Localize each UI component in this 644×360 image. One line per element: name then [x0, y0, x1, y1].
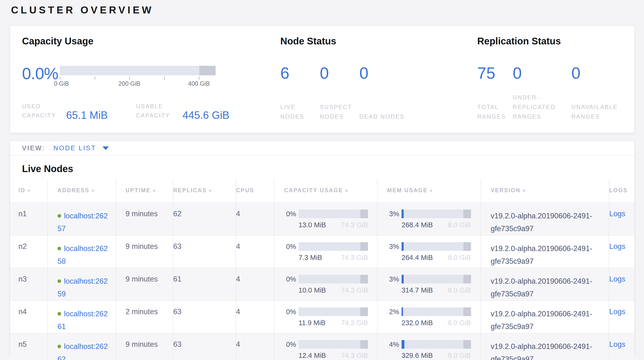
address-link[interactable]: localhost:26262 — [58, 342, 108, 360]
address-link[interactable]: localhost:26257 — [58, 212, 108, 233]
mem-bar-fill — [402, 307, 403, 316]
col-header-version[interactable]: VERSION▼ — [481, 178, 609, 203]
col-header-id[interactable]: ID▼ — [10, 178, 48, 203]
used-capacity-value: 65.1 MiB — [66, 110, 108, 120]
address-link[interactable]: localhost:26261 — [58, 310, 108, 331]
replication-status-section: Replication Status 75 TOTAL RANGES 0 UND… — [477, 36, 636, 121]
col-header-replicas[interactable]: REPLICAS▼ — [173, 178, 236, 203]
live-nodes-stat: 6 LIVE NODES — [280, 63, 320, 121]
node-address-cell: localhost:26257 — [48, 203, 116, 235]
node-id-cell: n3 — [10, 268, 48, 300]
logs-link[interactable]: Logs — [609, 307, 625, 316]
capacity-total-value: 74.3 GiB — [341, 351, 368, 359]
mem-bar-fill — [402, 340, 404, 349]
node-list-dropdown[interactable]: NODE LIST — [54, 144, 109, 152]
node-cpus-cell: 4 — [236, 333, 274, 360]
nodes-panel: VIEW: NODE LIST Live Nodes ID▼ ADDRESS▼ … — [10, 140, 635, 355]
col-header-address[interactable]: ADDRESS▼ — [48, 178, 116, 203]
live-nodes-title: Live Nodes — [10, 156, 634, 178]
stat-value: 6 — [280, 63, 320, 83]
mem-usage-bar — [402, 242, 471, 251]
mem-total-value: 8.0 GiB — [448, 319, 471, 327]
capacity-bar-cap-segment — [360, 242, 368, 251]
sort-arrow-icon: ▼ — [208, 189, 212, 193]
address-link[interactable]: localhost:26259 — [58, 277, 108, 298]
node-logs-cell: Logs — [609, 333, 634, 360]
node-uptime-cell: 9 minutes — [116, 333, 173, 360]
stat-label: TOTAL RANGES — [477, 102, 513, 121]
node-logs-cell: Logs — [609, 235, 634, 268]
mem-bar-cap-segment — [463, 275, 471, 283]
col-header-cpus: CPUS — [236, 178, 274, 203]
node-uptime-cell: 2 minutes — [116, 300, 173, 333]
node-id-cell: n2 — [10, 235, 48, 268]
capacity-usage-bar — [298, 275, 368, 283]
logs-link[interactable]: Logs — [609, 275, 625, 283]
capacity-bar-cap-segment — [360, 307, 368, 316]
node-logs-cell: Logs — [609, 268, 634, 300]
capacity-used-value: 13.0 MiB — [298, 221, 326, 229]
node-list-dropdown-value: NODE LIST — [54, 144, 96, 152]
node-live-status-dot-icon — [58, 247, 61, 250]
capacity-bar-cap-segment — [360, 275, 368, 283]
stat-value: 0 — [360, 63, 410, 83]
capacity-usage-title: Capacity Usage — [22, 36, 233, 47]
mem-total-value: 8.0 GiB — [448, 221, 471, 229]
stat-value: 75 — [477, 63, 513, 83]
capacity-total-value: 74.3 GiB — [341, 221, 368, 229]
node-mem-usage-cell: 2% 232.0 MiB 8.0 GiB — [377, 300, 481, 333]
view-bar: VIEW: NODE LIST — [10, 141, 634, 156]
capacity-percent-label: 0% — [278, 340, 296, 349]
under-replicated-ranges-stat: 0 UNDER-REPLICATED RANGES — [513, 63, 572, 121]
capacity-gauge-ticks — [60, 75, 216, 80]
node-mem-usage-cell: 3% 314.7 MiB 8.0 GiB — [377, 268, 481, 300]
mem-bar-fill — [402, 275, 404, 283]
node-version-cell: v19.2.0-alpha.20190606-2491-gfe735c9a97 — [481, 268, 609, 300]
mem-used-value: 264.4 MiB — [402, 254, 433, 262]
node-replicas-cell: 63 — [173, 235, 236, 268]
node-id-cell: n5 — [10, 333, 48, 360]
unavailable-ranges-stat: 0 UNAVAILABLE RANGES — [572, 63, 629, 121]
used-capacity-stat: USED CAPACITY 65.1 MiB — [22, 102, 108, 120]
mem-bar-cap-segment — [463, 210, 471, 218]
sort-arrow-icon: ▼ — [522, 189, 526, 193]
logs-link[interactable]: Logs — [609, 210, 625, 218]
usable-capacity-stat: USABLE CAPACITY 445.6 GiB — [136, 102, 230, 120]
mem-bar-cap-segment — [463, 242, 471, 251]
chevron-down-icon — [102, 146, 109, 150]
mem-percent-label: 3% — [380, 275, 399, 283]
mem-usage-bar — [402, 307, 471, 316]
stat-label: UNAVAILABLE RANGES — [572, 102, 629, 121]
capacity-usage-bar — [298, 242, 368, 251]
node-live-status-dot-icon — [58, 279, 61, 283]
table-row: n3 localhost:26259 9 minutes 61 4 0% 10.… — [10, 268, 634, 300]
col-header-uptime[interactable]: UPTIME▼ — [116, 178, 173, 203]
stat-label: SUSPECT NODES — [320, 102, 360, 121]
total-ranges-stat: 75 TOTAL RANGES — [477, 63, 513, 121]
address-link[interactable]: localhost:26258 — [58, 244, 108, 265]
node-capacity-usage-cell: 0% 13.0 MiB 74.3 GiB — [274, 203, 377, 235]
mem-usage-bar — [402, 275, 471, 283]
node-replicas-cell: 62 — [173, 203, 236, 235]
node-uptime-cell: 9 minutes — [116, 203, 173, 235]
col-header-mem-usage[interactable]: MEM USAGE▼ — [377, 178, 481, 203]
node-live-status-dot-icon — [58, 214, 61, 218]
logs-link[interactable]: Logs — [609, 242, 625, 251]
node-address-cell: localhost:26258 — [48, 235, 116, 268]
capacity-bar-cap-segment — [360, 340, 368, 349]
mem-used-value: 232.0 MiB — [402, 319, 433, 327]
usable-capacity-label: USABLE CAPACITY — [136, 102, 179, 120]
col-header-capacity-usage[interactable]: CAPACITY USAGE▼ — [274, 178, 377, 203]
mem-bar-cap-segment — [463, 307, 471, 316]
node-version-cell: v19.2.0-alpha.20190606-2491-gfe735c9a97 — [481, 235, 609, 268]
axis-tick-label: 400 GiB — [188, 80, 210, 87]
replication-status-title: Replication Status — [477, 36, 636, 47]
capacity-usage-bar — [298, 307, 368, 316]
logs-link[interactable]: Logs — [609, 340, 625, 348]
capacity-usage-bar — [298, 340, 368, 349]
mem-percent-label: 4% — [380, 340, 399, 349]
node-replicas-cell: 61 — [173, 268, 236, 300]
node-mem-usage-cell: 4% 329.6 MiB 8.0 GiB — [377, 333, 481, 360]
mem-percent-label: 3% — [380, 242, 399, 251]
mem-used-value: 268.4 MiB — [402, 221, 433, 229]
